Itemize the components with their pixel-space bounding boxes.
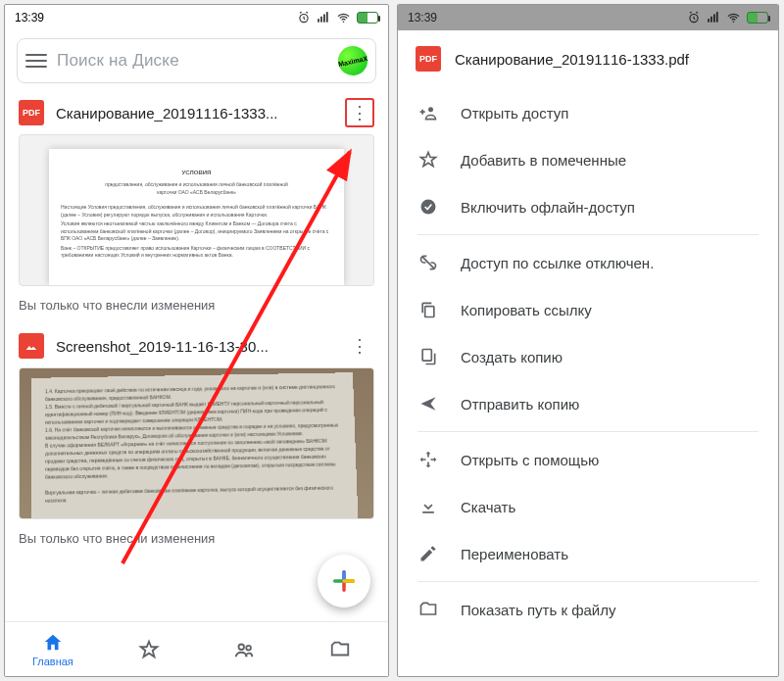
edit-icon	[417, 544, 439, 563]
tab-files[interactable]	[292, 622, 388, 676]
action-star[interactable]: Добавить в помеченные	[398, 136, 778, 183]
battery-icon	[747, 12, 768, 24]
svg-point-6	[239, 644, 245, 650]
avatar[interactable]: MaximaX	[335, 43, 370, 78]
file-caption: Вы только что внесли изменения	[5, 286, 388, 326]
tab-shared[interactable]	[197, 622, 293, 676]
folder-icon	[417, 600, 439, 619]
action-download[interactable]: Скачать	[398, 483, 778, 530]
wifi-icon	[336, 11, 351, 25]
file-thumbnail[interactable]: 1.4. Карточка прекращает своё действие п…	[19, 367, 374, 519]
action-share[interactable]: Открыть доступ	[398, 89, 778, 136]
open-with-icon	[417, 450, 439, 469]
bottom-nav: Главная	[5, 621, 388, 676]
tab-starred[interactable]	[101, 622, 197, 676]
more-button[interactable]	[345, 98, 374, 127]
file-item[interactable]: PDF Сканирование_20191116-1333... УСЛОВИ…	[5, 93, 388, 286]
person-add-icon	[417, 103, 439, 122]
signal-icon	[317, 11, 330, 24]
statusbar: 13:39	[5, 5, 388, 30]
svg-rect-1	[318, 19, 319, 23]
phone-left: 13:39 Поиск на Диске MaximaX PDF Сканиро…	[4, 4, 389, 677]
tab-label: Главная	[32, 656, 74, 667]
svg-rect-12	[713, 15, 715, 23]
check-circle-icon	[417, 197, 439, 217]
svg-rect-4	[326, 12, 328, 23]
action-rename[interactable]: Переименовать	[398, 530, 778, 577]
file-name: Сканирование_20191116-1333...	[56, 105, 333, 122]
menu-icon[interactable]	[25, 50, 47, 72]
search-bar[interactable]: Поиск на Диске MaximaX	[17, 38, 376, 83]
action-show-path[interactable]: Показать путь к файлу	[398, 586, 778, 633]
file-thumbnail[interactable]: УСЛОВИЯ предоставления, обслуживания и и…	[19, 134, 374, 286]
pdf-icon: PDF	[416, 46, 441, 72]
svg-point-14	[733, 21, 735, 23]
link-off-icon	[417, 253, 439, 272]
svg-point-7	[247, 645, 252, 650]
search-placeholder: Поиск на Диске	[57, 51, 328, 71]
download-icon	[417, 497, 439, 516]
file-name: Screenshot_2019-11-16-13-30...	[56, 338, 333, 355]
svg-rect-10	[708, 19, 710, 23]
battery-icon	[357, 12, 378, 24]
svg-point-15	[428, 107, 433, 112]
svg-rect-18	[422, 350, 431, 362]
statusbar: 13:39	[398, 5, 778, 30]
star-icon	[417, 150, 439, 170]
svg-rect-11	[710, 17, 712, 23]
svg-rect-3	[323, 15, 325, 23]
image-icon	[19, 333, 44, 359]
svg-point-5	[343, 21, 345, 23]
action-open-with[interactable]: Открыть с помощью	[398, 436, 778, 483]
alarm-icon	[687, 11, 701, 24]
signal-icon	[707, 11, 720, 24]
svg-rect-2	[320, 17, 322, 23]
file-caption: Вы только что внесли изменения	[5, 519, 388, 559]
file-item[interactable]: Screenshot_2019-11-16-13-30... 1.4. Карт…	[5, 326, 388, 519]
action-offline[interactable]: Включить офлайн-доступ	[398, 183, 778, 230]
svg-point-16	[421, 200, 436, 215]
actions-list: Открыть доступ Добавить в помеченные Вкл…	[398, 89, 778, 643]
action-copy-link[interactable]: Копировать ссылку	[398, 286, 778, 333]
tab-home[interactable]: Главная	[5, 622, 101, 676]
sheet-filename: Сканирование_20191116-1333.pdf	[455, 51, 689, 68]
clock: 13:39	[15, 11, 44, 24]
action-link-off[interactable]: Доступ по ссылке отключен.	[398, 239, 778, 286]
fab-add[interactable]	[318, 555, 370, 608]
action-make-copy[interactable]: Создать копию	[398, 333, 778, 380]
copy-icon	[417, 300, 439, 319]
svg-rect-17	[425, 307, 434, 317]
phone-right: 13:39 PDF Сканирование_20191116-1333.pdf…	[397, 4, 779, 677]
alarm-icon	[297, 11, 311, 24]
wifi-icon	[726, 11, 741, 25]
sheet-header: PDF Сканирование_20191116-1333.pdf	[398, 30, 778, 89]
action-send-copy[interactable]: Отправить копию	[398, 380, 778, 427]
pdf-icon: PDF	[19, 100, 44, 125]
more-button[interactable]	[345, 331, 374, 361]
clock: 13:39	[408, 11, 437, 24]
send-icon	[417, 394, 439, 413]
svg-rect-13	[716, 12, 718, 23]
duplicate-icon	[417, 347, 439, 366]
